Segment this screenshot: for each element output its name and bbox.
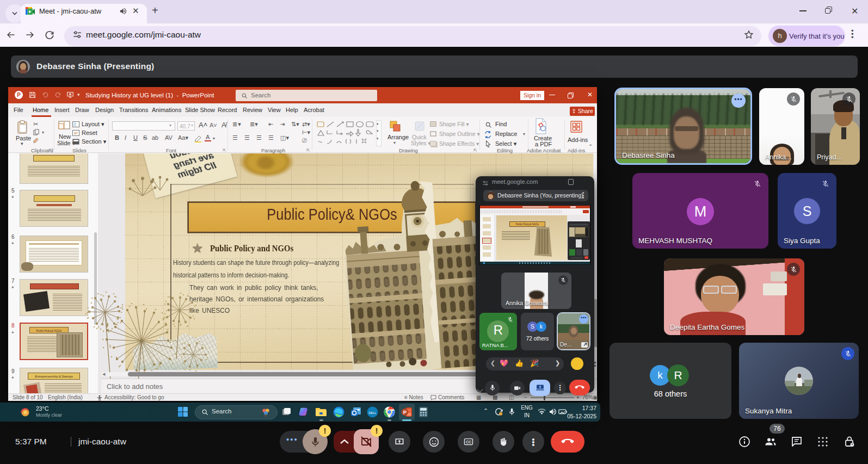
svg-text:P: P — [403, 409, 407, 415]
svg-text:DELL: DELL — [369, 411, 377, 414]
svg-text:CC: CC — [466, 440, 471, 444]
